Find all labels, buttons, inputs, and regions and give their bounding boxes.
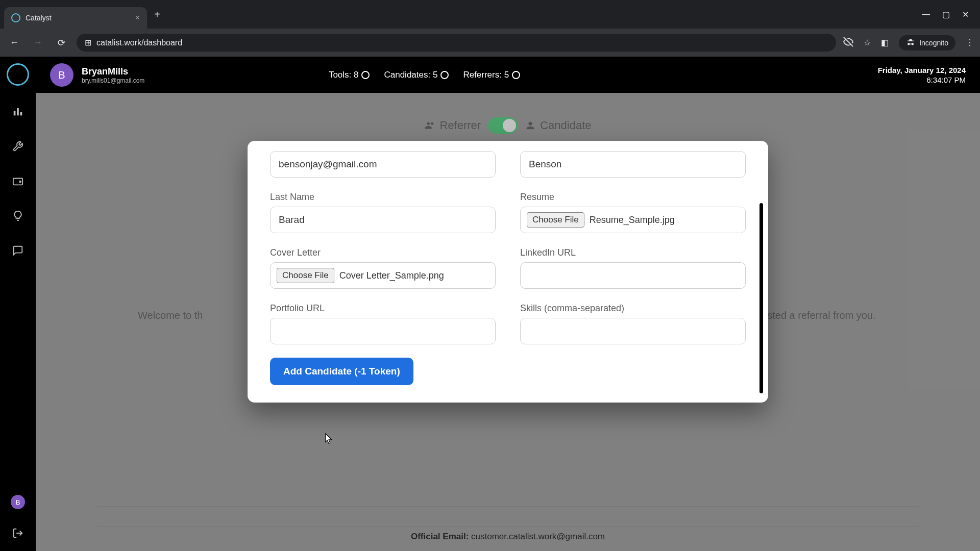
app-header: B BryanMills bry.mills01@gmail.com Tools… <box>36 57 980 93</box>
resume-file-name: Resume_Sample.jpg <box>590 215 675 226</box>
choose-file-button[interactable]: Choose File <box>527 212 584 228</box>
site-settings-icon[interactable]: ⊞ <box>85 38 91 47</box>
avatar[interactable]: B <box>50 63 74 87</box>
kebab-menu-icon[interactable]: ⋮ <box>966 38 974 47</box>
minimize-icon[interactable]: ― <box>922 10 930 19</box>
user-name: BryanMills <box>82 66 144 77</box>
resume-file-input[interactable]: Choose File Resume_Sample.jpg <box>520 207 746 233</box>
coin-icon <box>361 71 370 79</box>
tab-favicon-icon <box>11 13 20 22</box>
svg-rect-0 <box>14 111 16 115</box>
forward-icon: → <box>30 37 46 48</box>
add-candidate-button[interactable]: Add Candidate (-1 Token) <box>270 358 413 385</box>
svg-rect-1 <box>17 108 19 116</box>
tools-icon[interactable] <box>12 141 23 155</box>
browser-tab[interactable]: Catalyst × <box>4 7 147 29</box>
reload-icon[interactable]: ⟳ <box>53 37 69 48</box>
chat-icon[interactable] <box>12 245 23 259</box>
address-url: catalist.work/dashboard <box>96 38 182 47</box>
footer-email: customer.catalist.work@gmail.com <box>471 532 605 541</box>
logout-icon[interactable] <box>12 528 23 542</box>
portfolio-field[interactable] <box>270 318 496 344</box>
incognito-label: Incognito <box>919 39 948 47</box>
coin-icon <box>512 71 520 79</box>
linkedin-field[interactable] <box>520 262 746 289</box>
modal-scrollbar[interactable] <box>760 203 763 393</box>
cover-file-input[interactable]: Choose File Cover Letter_Sample.png <box>270 262 496 289</box>
first-name-field[interactable] <box>520 151 746 178</box>
footer-prefix: Official Email: <box>411 532 469 541</box>
stat-referrers: Referrers: 5 <box>463 70 520 80</box>
user-email: bry.mills01@gmail.com <box>82 77 144 84</box>
last-name-label: Last Name <box>270 192 496 203</box>
coin-icon <box>440 71 449 79</box>
new-tab-button[interactable]: + <box>147 9 167 20</box>
footer: Official Email: customer.catalist.work@g… <box>36 532 980 542</box>
skills-label: Skills (comma-separated) <box>520 303 746 314</box>
star-icon[interactable]: ☆ <box>864 38 871 47</box>
maximize-icon[interactable]: ▢ <box>942 10 950 19</box>
choose-file-button[interactable]: Choose File <box>277 268 334 283</box>
resume-label: Resume <box>520 192 746 203</box>
incognito-badge[interactable]: Incognito <box>899 35 955 51</box>
cover-letter-label: Cover Letter <box>270 247 496 258</box>
stat-candidates: Candidates: 5 <box>384 70 449 80</box>
cover-file-name: Cover Letter_Sample.png <box>339 270 444 281</box>
address-bar[interactable]: ⊞ catalist.work/dashboard <box>77 34 836 52</box>
email-field[interactable] <box>270 151 496 178</box>
mini-avatar[interactable]: B <box>11 495 25 509</box>
dashboard-icon[interactable] <box>12 106 23 120</box>
wallet-icon[interactable] <box>12 176 23 190</box>
portfolio-label: Portfolio URL <box>270 303 496 314</box>
header-date: Friday, January 12, 2024 <box>878 66 966 74</box>
close-window-icon[interactable]: ✕ <box>962 10 969 19</box>
add-candidate-modal: Last Name Resume Choose File Resume_Samp… <box>248 141 768 403</box>
panel-icon[interactable]: ◧ <box>881 38 889 47</box>
app-logo-icon[interactable] <box>7 63 29 86</box>
svg-point-4 <box>19 181 21 183</box>
close-tab-icon[interactable]: × <box>135 13 140 22</box>
back-icon[interactable]: ← <box>6 37 22 48</box>
svg-rect-2 <box>20 112 22 115</box>
incognito-icon <box>906 38 915 47</box>
last-name-field[interactable] <box>270 207 496 233</box>
header-time: 6:34:07 PM <box>878 76 966 84</box>
lightbulb-icon[interactable] <box>12 210 23 224</box>
stat-tools: Tools: 8 <box>329 70 370 80</box>
linkedin-label: LinkedIn URL <box>520 247 746 258</box>
eye-off-icon[interactable] <box>843 37 853 49</box>
tab-title: Catalyst <box>26 14 52 22</box>
skills-field[interactable] <box>520 318 746 344</box>
sidebar: B <box>0 57 36 551</box>
